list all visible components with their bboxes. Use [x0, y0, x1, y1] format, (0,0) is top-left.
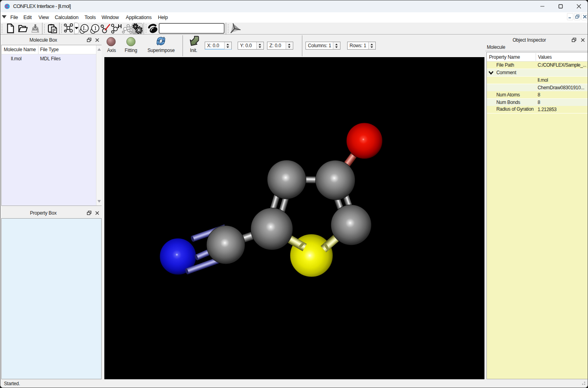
svg-text:L: L — [83, 25, 86, 31]
svg-text:H: H — [118, 23, 122, 29]
svg-text:1: 1 — [94, 25, 97, 31]
